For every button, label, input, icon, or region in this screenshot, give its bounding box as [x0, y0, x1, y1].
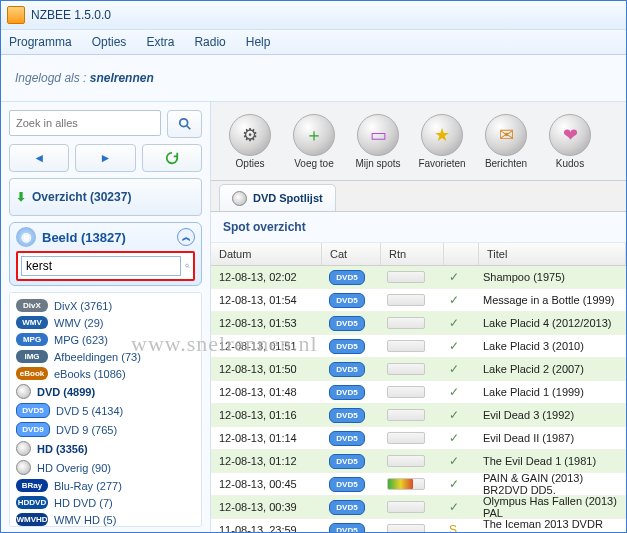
menu-help[interactable]: Help	[246, 35, 271, 49]
retention-bar	[387, 455, 425, 467]
tree-item-7[interactable]: DVD9DVD 9 (765)	[12, 420, 199, 439]
table-row[interactable]: 12-08-13, 01:12DVD5✓The Evil Dead 1 (198…	[211, 450, 626, 473]
tree-item-10[interactable]: BRayBlu-Ray (277)	[12, 477, 199, 494]
search-button[interactable]	[167, 110, 202, 138]
nav-back-button[interactable]: ◄	[9, 144, 69, 172]
titlebar: NZBEE 1.5.0.0	[1, 1, 626, 30]
tree-item-6[interactable]: DVD5DVD 5 (4134)	[12, 401, 199, 420]
search-icon[interactable]	[185, 259, 190, 273]
cell-title: Evil Dead 3 (1992)	[475, 409, 626, 421]
table-row[interactable]: 12-08-13, 01:48DVD5✓Lake Placid 1 (1999)	[211, 381, 626, 404]
refresh-button[interactable]	[142, 144, 202, 172]
retention-bar	[387, 271, 425, 283]
cat-badge: DVD5	[329, 293, 365, 308]
star-icon: S	[441, 523, 475, 533]
col-rtn[interactable]: Rtn	[381, 243, 444, 265]
tool-label: Kudos	[556, 158, 584, 169]
tree-item-4[interactable]: eBookeBooks (1086)	[12, 365, 199, 382]
cat-badge: DVD5	[329, 408, 365, 423]
tree-item-2[interactable]: MPGMPG (623)	[12, 331, 199, 348]
cell-rtn	[379, 294, 441, 306]
cat-badge: DVD5	[329, 523, 365, 534]
overview-panel[interactable]: ⬇ Overzicht (30237)	[9, 178, 202, 216]
table-row[interactable]: 12-08-13, 01:51DVD5✓Lake Placid 3 (2010)	[211, 335, 626, 358]
disc-icon	[16, 460, 31, 475]
tree-item-5[interactable]: DVD (4899)	[12, 382, 199, 401]
check-icon: ✓	[441, 270, 475, 284]
tool-opties[interactable]: ⚙Opties	[221, 114, 279, 169]
format-badge: IMG	[16, 350, 48, 363]
beeld-panel: ◉ Beeld (13827) ︽	[9, 222, 202, 286]
menu-opties[interactable]: Opties	[92, 35, 127, 49]
table-row[interactable]: 12-08-13, 01:14DVD5✓Evil Dead II (1987)	[211, 427, 626, 450]
cell-rtn	[379, 409, 441, 421]
tab-dvd-spotlijst[interactable]: DVD Spotlijst	[219, 184, 336, 211]
tool-kudos[interactable]: ❤Kudos	[541, 114, 599, 169]
cell-cat: DVD5	[321, 408, 379, 423]
check-icon: ✓	[441, 316, 475, 330]
grid-body: 12-08-13, 02:02DVD5✓Shampoo (1975)12-08-…	[211, 266, 626, 533]
table-row[interactable]: 12-08-13, 00:45DVD5✓PAIN & GAIN (2013) B…	[211, 473, 626, 496]
tree-item-label: HD Overig (90)	[37, 462, 111, 474]
beeld-header[interactable]: ◉ Beeld (13827) ︽	[16, 227, 195, 247]
cell-cat: DVD5	[321, 431, 379, 446]
cell-date: 11-08-13, 23:59	[211, 524, 321, 533]
tool-mijn-spots[interactable]: ▭Mijn spots	[349, 114, 407, 169]
check-icon: ✓	[441, 454, 475, 468]
beeld-search-highlight	[16, 251, 195, 281]
tool-label: Favorieten	[418, 158, 465, 169]
col-cat[interactable]: Cat	[322, 243, 381, 265]
tree-item-1[interactable]: WMVWMV (29)	[12, 314, 199, 331]
search-input[interactable]	[9, 110, 161, 136]
menu-extra[interactable]: Extra	[146, 35, 174, 49]
collapse-icon[interactable]: ︽	[177, 228, 195, 246]
tool-label: Berichten	[485, 158, 527, 169]
cell-date: 12-08-13, 01:12	[211, 455, 321, 467]
grid-header: Datum Cat Rtn Titel	[211, 243, 626, 266]
nav-forward-button[interactable]: ►	[75, 144, 135, 172]
tool-voeg-toe[interactable]: ＋Voeg toe	[285, 114, 343, 169]
tree-item-8[interactable]: HD (3356)	[12, 439, 199, 458]
tree-item-label: DVD 9 (765)	[56, 424, 117, 436]
table-row[interactable]: 12-08-13, 01:53DVD5✓Lake Placid 4 (2012/…	[211, 312, 626, 335]
menu-programma[interactable]: Programma	[9, 35, 72, 49]
beeld-label: Beeld (13827)	[42, 230, 126, 245]
beeld-search-input[interactable]	[21, 256, 181, 276]
sidebar: ◄ ► ⬇ Overzicht (30237) ◉ Beeld (13827) …	[1, 102, 211, 533]
mijn-spots-icon: ▭	[357, 114, 399, 156]
tree-item-9[interactable]: HD Overig (90)	[12, 458, 199, 477]
table-row[interactable]: 12-08-13, 01:50DVD5✓Lake Placid 2 (2007)	[211, 358, 626, 381]
col-datum[interactable]: Datum	[211, 243, 322, 265]
cell-cat: DVD5	[321, 293, 379, 308]
tool-label: Voeg toe	[294, 158, 333, 169]
menu-radio[interactable]: Radio	[194, 35, 225, 49]
section-header: Spot overzicht	[211, 212, 626, 243]
table-row[interactable]: 12-08-13, 01:16DVD5✓Evil Dead 3 (1992)	[211, 404, 626, 427]
tree-item-label: DVD (4899)	[37, 386, 95, 398]
tree-item-11[interactable]: HDDVDHD DVD (7)	[12, 494, 199, 511]
cell-cat: DVD5	[321, 454, 379, 469]
format-badge: MPG	[16, 333, 48, 346]
tool-berichten[interactable]: ✉Berichten	[477, 114, 535, 169]
cat-badge: DVD5	[329, 270, 365, 285]
tool-favorieten[interactable]: ★Favorieten	[413, 114, 471, 169]
cell-title: Shampoo (1975)	[475, 271, 626, 283]
check-icon: ✓	[441, 339, 475, 353]
tree-item-label: DivX (3761)	[54, 300, 112, 312]
cell-title: Lake Placid 1 (1999)	[475, 386, 626, 398]
table-row[interactable]: 12-08-13, 01:54DVD5✓Message in a Bottle …	[211, 289, 626, 312]
disc-icon	[232, 191, 247, 206]
cell-cat: DVD5	[321, 316, 379, 331]
tree-item-12[interactable]: WMVHDWMV HD (5)	[12, 511, 199, 527]
table-row[interactable]: 12-08-13, 00:39DVD5✓Olympus Has Fallen (…	[211, 496, 626, 519]
content: ◄ ► ⬇ Overzicht (30237) ◉ Beeld (13827) …	[1, 102, 626, 533]
table-row[interactable]: 11-08-13, 23:59DVD5SThe Iceman 2013 DVDR…	[211, 519, 626, 533]
tree-item-3[interactable]: IMGAfbeeldingen (73)	[12, 348, 199, 365]
check-icon: ✓	[441, 293, 475, 307]
cell-title: The Iceman 2013 DVDR DD5.1 NL	[475, 518, 626, 533]
col-titel[interactable]: Titel	[479, 243, 626, 265]
cell-date: 12-08-13, 00:39	[211, 501, 321, 513]
col-check[interactable]	[444, 243, 479, 265]
table-row[interactable]: 12-08-13, 02:02DVD5✓Shampoo (1975)	[211, 266, 626, 289]
tree-item-0[interactable]: DivXDivX (3761)	[12, 297, 199, 314]
